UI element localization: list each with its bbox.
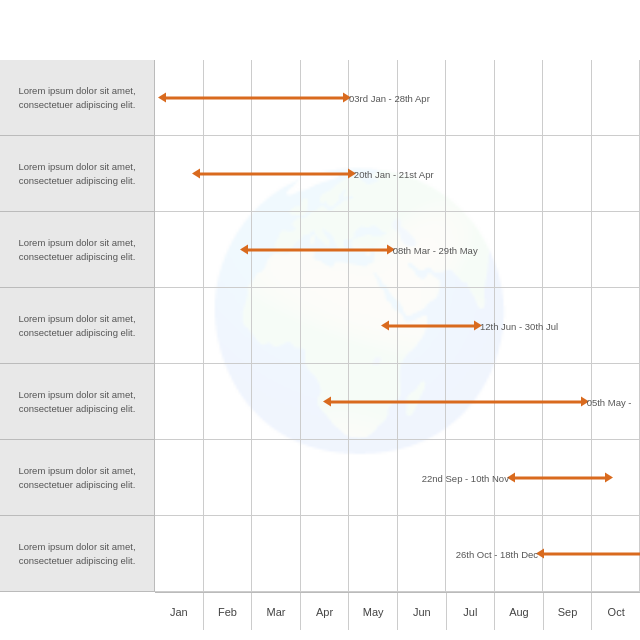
label-cell-2: Lorem ipsum dolor sit amet, consectetuer… — [0, 212, 154, 288]
grid-cell — [204, 364, 253, 439]
grid-cell — [349, 288, 398, 363]
grid-cell — [592, 516, 641, 591]
grid-cell — [446, 440, 495, 515]
grid-cell — [155, 516, 204, 591]
grid-cell — [592, 364, 641, 439]
chart-row-5: 22nd Sep - 10th Nov — [155, 440, 640, 516]
grid-cell — [252, 364, 301, 439]
chart-row-1: 20th Jan - 21st Apr — [155, 136, 640, 212]
grid-cell — [495, 440, 544, 515]
grid-cell — [204, 212, 253, 287]
grid-cell — [155, 136, 204, 211]
chart-area: 03rd Jan - 28th Apr20th Jan - 21st Apr08… — [155, 60, 640, 592]
grid-cell — [301, 440, 350, 515]
label-cell-4: Lorem ipsum dolor sit amet, consectetuer… — [0, 364, 154, 440]
gantt-body: Lorem ipsum dolor sit amet, consectetuer… — [0, 60, 640, 592]
label-cell-5: Lorem ipsum dolor sit amet, consectetuer… — [0, 440, 154, 516]
month-cell-aug: Aug — [495, 593, 544, 630]
grid-cell — [543, 60, 592, 135]
grid-cell — [495, 364, 544, 439]
grid-cell — [398, 516, 447, 591]
page: 🌍 Lorem ipsum dolor sit amet, consectetu… — [0, 0, 640, 640]
month-cell-feb: Feb — [204, 593, 253, 630]
chart-row-4: 05th May - — [155, 364, 640, 440]
grid-cell — [301, 364, 350, 439]
grid-cell — [495, 288, 544, 363]
grid-cell — [446, 60, 495, 135]
grid-cell — [592, 212, 641, 287]
label-cell-6: Lorem ipsum dolor sit amet, consectetuer… — [0, 516, 154, 592]
grid-cell — [495, 212, 544, 287]
grid-cell — [446, 212, 495, 287]
grid-cell — [349, 516, 398, 591]
grid-cell — [204, 60, 253, 135]
grid-cell — [398, 288, 447, 363]
label-cell-0: Lorem ipsum dolor sit amet, consectetuer… — [0, 60, 154, 136]
grid-cell — [592, 60, 641, 135]
grid-cell — [301, 516, 350, 591]
grid-cell — [301, 212, 350, 287]
grid-cell — [204, 136, 253, 211]
grid-cell — [301, 136, 350, 211]
label-cell-3: Lorem ipsum dolor sit amet, consectetuer… — [0, 288, 154, 364]
grid-cell — [349, 364, 398, 439]
grid-cell — [301, 60, 350, 135]
chart-row-2: 08th Mar - 29th May — [155, 212, 640, 288]
label-column: Lorem ipsum dolor sit amet, consectetuer… — [0, 60, 155, 592]
grid-cell — [543, 440, 592, 515]
grid-cell — [592, 136, 641, 211]
grid-cell — [543, 136, 592, 211]
month-cell-jun: Jun — [398, 593, 447, 630]
month-cell-apr: Apr — [301, 593, 350, 630]
grid-cell — [446, 364, 495, 439]
gantt-chart: Lorem ipsum dolor sit amet, consectetuer… — [0, 60, 640, 630]
grid-cell — [155, 288, 204, 363]
grid-cell — [398, 136, 447, 211]
grid-cell — [252, 288, 301, 363]
grid-cell — [349, 136, 398, 211]
grid-cell — [446, 288, 495, 363]
grid-cell — [592, 440, 641, 515]
grid-cell — [543, 288, 592, 363]
chart-row-3: 12th Jun - 30th Jul — [155, 288, 640, 364]
grid-cell — [252, 516, 301, 591]
grid-cell — [495, 516, 544, 591]
chart-row-6: 26th Oct - 18th Dec — [155, 516, 640, 592]
grid-cell — [349, 212, 398, 287]
grid-cell — [252, 212, 301, 287]
grid-cell — [155, 364, 204, 439]
grid-cell — [398, 60, 447, 135]
grid-cell — [349, 440, 398, 515]
grid-cell — [446, 136, 495, 211]
grid-cell — [155, 212, 204, 287]
label-cell-1: Lorem ipsum dolor sit amet, consectetuer… — [0, 136, 154, 212]
grid-cell — [155, 60, 204, 135]
grid-cell — [252, 136, 301, 211]
chart-row-0: 03rd Jan - 28th Apr — [155, 60, 640, 136]
grid-cell — [349, 60, 398, 135]
month-cell-jul: Jul — [447, 593, 496, 630]
grid-cell — [204, 288, 253, 363]
grid-cell — [543, 364, 592, 439]
grid-cell — [495, 136, 544, 211]
month-cell-sep: Sep — [544, 593, 593, 630]
month-cell-mar: Mar — [252, 593, 301, 630]
grid-cell — [398, 440, 447, 515]
month-cell-oct: Oct — [592, 593, 640, 630]
month-cell-may: May — [349, 593, 398, 630]
grid-cell — [495, 60, 544, 135]
grid-cell — [543, 516, 592, 591]
grid-cell — [398, 212, 447, 287]
grid-cell — [301, 288, 350, 363]
grid-cell — [446, 516, 495, 591]
grid-cell — [155, 440, 204, 515]
month-cell-jan: Jan — [155, 593, 204, 630]
grid-cell — [398, 364, 447, 439]
grid-cell — [543, 212, 592, 287]
grid-cell — [592, 288, 641, 363]
grid-cell — [252, 440, 301, 515]
grid-cell — [204, 516, 253, 591]
grid-cell — [204, 440, 253, 515]
month-header: JanFebMarAprMayJunJulAugSepOct — [155, 592, 640, 630]
grid-cell — [252, 60, 301, 135]
